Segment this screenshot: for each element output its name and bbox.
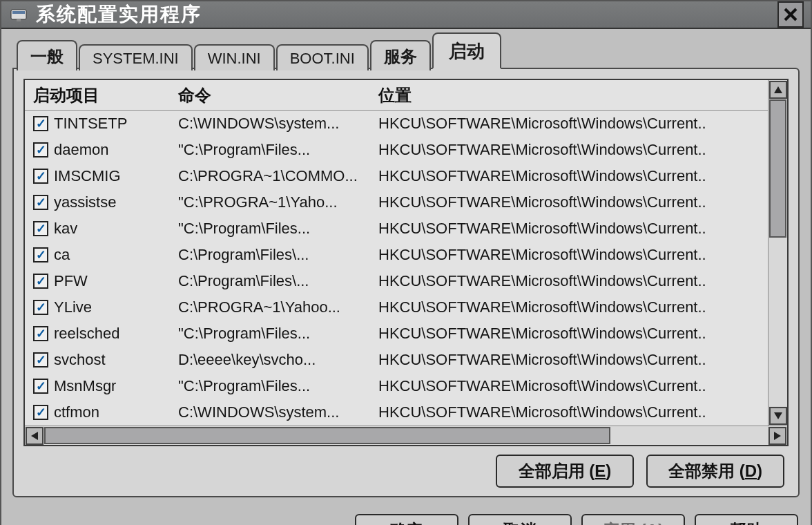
table-row[interactable]: ✓svchostD:\eeee\key\svcho...HKCU\SOFTWAR… [25, 347, 768, 373]
checkbox-cell: ✓ [33, 352, 54, 368]
table-row[interactable]: ✓reelsched"C:\Program\Files...HKCU\SOFTW… [25, 321, 768, 347]
table-row[interactable]: ✓yassistse"C:\PROGRA~1\Yaho...HKCU\SOFTW… [25, 189, 768, 216]
startup-item-name: yassistse [54, 193, 178, 211]
startup-checkbox[interactable]: ✓ [33, 300, 48, 315]
startup-checkbox[interactable]: ✓ [33, 247, 48, 262]
vertical-scrollbar[interactable] [768, 80, 787, 426]
checkbox-cell: ✓ [33, 300, 54, 315]
startup-checkbox[interactable]: ✓ [33, 195, 48, 210]
close-icon [783, 7, 798, 22]
startup-item-location: HKCU\SOFTWARE\Microsoft\Windows\Current.… [378, 141, 768, 159]
hscroll-track[interactable] [44, 426, 768, 445]
startup-item-location: HKCU\SOFTWARE\Microsoft\Windows\Current.… [378, 246, 768, 264]
startup-item-command: C:\PROGRA~1\COMMO... [178, 167, 378, 185]
app-icon [8, 4, 29, 25]
startup-item-location: HKCU\SOFTWARE\Microsoft\Windows\Current.… [378, 193, 768, 211]
checkbox-cell: ✓ [33, 169, 54, 184]
checkbox-cell: ✓ [33, 405, 54, 420]
startup-item-command: "C:\Program\Files... [178, 325, 378, 343]
table-row[interactable]: ✓kav"C:\Program\Files...HKCU\SOFTWARE\Mi… [25, 216, 768, 242]
startup-listview[interactable]: 启动项目 命令 位置 ✓TINTSETPC:\WINDOWS\system...… [23, 79, 789, 446]
startup-checkbox[interactable]: ✓ [33, 405, 48, 420]
hscroll-thumb[interactable] [44, 427, 610, 444]
startup-item-name: IMSCMIG [54, 167, 178, 185]
checkbox-cell: ✓ [33, 379, 54, 394]
horizontal-scrollbar[interactable] [25, 426, 787, 445]
startup-item-name: ctfmon [54, 403, 178, 421]
apply-accel: A [646, 521, 658, 525]
help-button[interactable]: 帮助 [695, 514, 798, 525]
table-row[interactable]: ✓TINTSETPC:\WINDOWS\system...HKCU\SOFTWA… [25, 111, 768, 137]
ok-button[interactable]: 确定 [355, 514, 458, 525]
startup-checkbox[interactable]: ✓ [33, 379, 48, 394]
vscroll-track[interactable] [768, 99, 787, 406]
titlebar[interactable]: 系统配置实用程序 [1, 1, 811, 29]
startup-item-name: kav [54, 220, 178, 238]
header-location[interactable]: 位置 [378, 84, 768, 106]
tab-system-ini[interactable]: SYSTEM.INI [79, 44, 193, 70]
table-row[interactable]: ✓daemon"C:\Program\Files...HKCU\SOFTWARE… [25, 137, 768, 163]
startup-item-name: TINTSETP [54, 115, 178, 133]
disable-all-button[interactable]: 全部禁用 (D) [646, 455, 784, 488]
apply-label: 应用 ( [603, 521, 646, 525]
tab-startup[interactable]: 启动 [432, 32, 501, 69]
startup-item-location: HKCU\SOFTWARE\Microsoft\Windows\Current.… [378, 377, 768, 395]
startup-checkbox[interactable]: ✓ [33, 274, 48, 289]
scroll-up-button[interactable] [769, 81, 787, 99]
scroll-left-button[interactable] [26, 427, 44, 445]
startup-item-location: HKCU\SOFTWARE\Microsoft\Windows\Current.… [378, 272, 768, 290]
table-row[interactable]: ✓caC:\Program\Files\...HKCU\SOFTWARE\Mic… [25, 242, 768, 268]
startup-item-name: svchost [54, 351, 178, 369]
startup-item-command: "C:\Program\Files... [178, 141, 378, 159]
startup-checkbox[interactable]: ✓ [33, 142, 48, 158]
disable-all-accel: D [745, 461, 757, 480]
enable-all-button[interactable]: 全部启用 (E) [496, 455, 634, 488]
checkbox-cell: ✓ [33, 195, 54, 210]
startup-checkbox[interactable]: ✓ [33, 352, 48, 368]
startup-checkbox[interactable]: ✓ [33, 169, 48, 184]
header-startup-item[interactable]: 启动项目 [33, 84, 178, 106]
table-row[interactable]: ✓ctfmonC:\WINDOWS\system...HKCU\SOFTWARE… [25, 399, 768, 426]
apply-button[interactable]: 应用 (A) [581, 514, 685, 525]
header-command[interactable]: 命令 [178, 84, 378, 106]
window-title: 系统配置实用程序 [36, 1, 777, 28]
startup-checkbox[interactable]: ✓ [33, 326, 48, 341]
enable-all-accel: E [594, 461, 606, 480]
tab-win-ini[interactable]: WIN.INI [194, 44, 275, 70]
chevron-left-icon [31, 432, 38, 440]
dialog-buttons: 确定 取消 应用 (A) 帮助 [1, 504, 811, 525]
startup-item-name: reelsched [54, 325, 178, 343]
table-row[interactable]: ✓PFWC:\Program\Files\...HKCU\SOFTWARE\Mi… [25, 268, 768, 294]
panel-buttons: 全部启用 (E) 全部禁用 (D) [23, 446, 789, 489]
svg-marker-6 [774, 412, 782, 419]
startup-item-command: D:\eeee\key\svcho... [178, 351, 378, 369]
startup-checkbox[interactable]: ✓ [33, 221, 48, 236]
rows-container: ✓TINTSETPC:\WINDOWS\system...HKCU\SOFTWA… [25, 111, 768, 426]
startup-item-location: HKCU\SOFTWARE\Microsoft\Windows\Current.… [378, 167, 768, 185]
tab-services[interactable]: 服务 [370, 40, 431, 70]
startup-item-name: ca [54, 246, 178, 264]
scroll-right-button[interactable] [768, 427, 786, 445]
startup-checkbox[interactable]: ✓ [33, 116, 48, 131]
scroll-down-button[interactable] [769, 407, 787, 425]
tab-general[interactable]: 一般 [17, 40, 77, 70]
checkbox-cell: ✓ [33, 326, 54, 341]
startup-item-command: C:\WINDOWS\system... [178, 115, 378, 133]
startup-item-command: C:\Program\Files\... [178, 246, 378, 264]
checkbox-cell: ✓ [33, 142, 54, 158]
cancel-button[interactable]: 取消 [468, 514, 572, 525]
table-row[interactable]: ✓IMSCMIGC:\PROGRA~1\COMMO...HKCU\SOFTWAR… [25, 163, 768, 189]
tabstrip: 一般 SYSTEM.INI WIN.INI BOOT.INI 服务 启动 [12, 37, 800, 69]
startup-panel: 启动项目 命令 位置 ✓TINTSETPC:\WINDOWS\system...… [12, 68, 800, 497]
startup-item-command: "C:\Program\Files... [178, 220, 378, 238]
checkbox-cell: ✓ [33, 116, 54, 131]
checkbox-cell: ✓ [33, 221, 54, 236]
vscroll-thumb[interactable] [769, 99, 786, 238]
startup-item-name: MsnMsgr [54, 377, 178, 395]
chevron-down-icon [774, 412, 782, 419]
column-headers[interactable]: 启动项目 命令 位置 [25, 80, 768, 111]
close-button[interactable] [777, 1, 804, 28]
table-row[interactable]: ✓YLiveC:\PROGRA~1\Yahoo...HKCU\SOFTWARE\… [25, 294, 768, 321]
tab-boot-ini[interactable]: BOOT.INI [276, 44, 369, 70]
table-row[interactable]: ✓MsnMsgr"C:\Program\Files...HKCU\SOFTWAR… [25, 373, 768, 399]
